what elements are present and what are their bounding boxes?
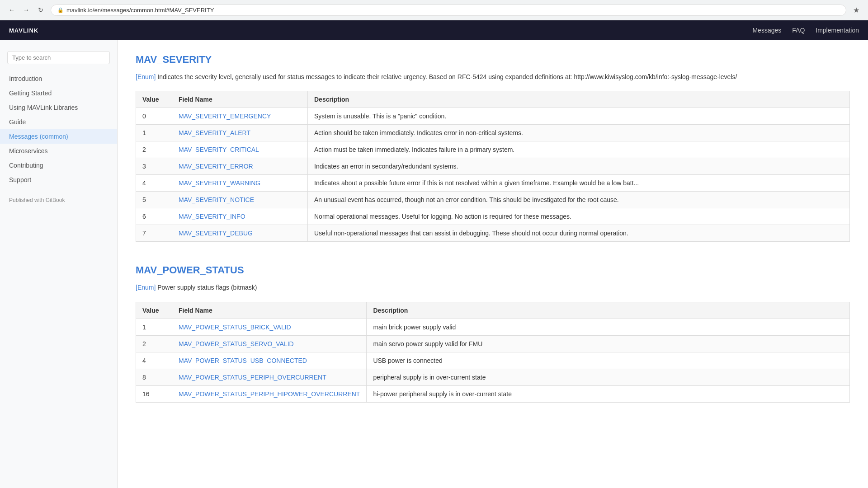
cell-description: System is unusable. This is a "panic" co… [308,108,850,125]
field-link[interactable]: MAV_SEVERITY_EMERGENCY [179,113,271,120]
field-link[interactable]: MAV_POWER_STATUS_PERIPH_OVERCURRENT [179,374,326,381]
sidebar-link-introduction[interactable]: Introduction [0,71,117,86]
sidebar-link-support[interactable]: Support [0,173,117,187]
lock-icon: 🔒 [57,7,64,13]
description-mav-power-status: [Enum] Power supply status flags (bitmas… [136,282,850,292]
gitbook-link[interactable]: Published with GitBook [9,197,65,203]
field-link[interactable]: MAV_POWER_STATUS_SERVO_VALID [179,340,294,347]
nav-faq[interactable]: FAQ [792,27,805,34]
table-row: 5 MAV_SEVERITY_NOTICE An unusual event h… [136,192,850,208]
description-text-power: Power supply status flags (bitmask) [157,284,257,291]
table-mav-power-status: Value Field Name Description 1 MAV_POWER… [136,302,850,403]
nav-messages[interactable]: Messages [752,27,781,34]
cell-fieldname: MAV_SEVERITY_CRITICAL [172,141,308,158]
sidebar-item-introduction[interactable]: Introduction [0,71,117,86]
sidebar-item-contributing[interactable]: Contributing [0,158,117,173]
reload-button[interactable]: ↻ [34,4,47,16]
table-row: 3 MAV_SEVERITY_ERROR Indicates an error … [136,158,850,175]
field-link[interactable]: MAV_SEVERITY_NOTICE [179,196,254,203]
section-mav-power-status: MAV_POWER_STATUS [Enum] Power supply sta… [136,264,850,402]
col-header-value-1: Value [136,302,172,319]
sidebar-item-getting-started[interactable]: Getting Started [0,86,117,100]
table-mav-severity: Value Field Name Description 0 MAV_SEVER… [136,91,850,242]
cell-fieldname: MAV_SEVERITY_WARNING [172,175,308,192]
cell-value: 16 [136,385,172,402]
cell-value: 6 [136,208,172,225]
main-content: MAV_SEVERITY [Enum] Indicates the severi… [118,40,868,488]
field-link[interactable]: MAV_SEVERITY_INFO [179,213,245,220]
cell-fieldname: MAV_SEVERITY_DEBUG [172,225,308,242]
cell-value: 2 [136,141,172,158]
field-link[interactable]: MAV_SEVERITY_ERROR [179,163,253,170]
cell-value: 0 [136,108,172,125]
app-layout: Introduction Getting Started Using MAVLi… [0,40,868,488]
cell-description: main brick power supply valid [367,319,850,335]
sidebar-link-using-mavlink[interactable]: Using MAVLink Libraries [0,100,117,115]
cell-fieldname: MAV_SEVERITY_NOTICE [172,192,308,208]
back-button[interactable]: ← [5,4,18,16]
cell-value: 5 [136,192,172,208]
section-title-mav-severity: MAV_SEVERITY [136,54,850,66]
brand: MAVLINK [9,27,38,34]
cell-description: USB power is connected [367,352,850,369]
col-header-fieldname-1: Field Name [172,302,367,319]
forward-button[interactable]: → [20,4,33,16]
table-row: 1 MAV_POWER_STATUS_BRICK_VALID main bric… [136,319,850,335]
browser-chrome: ← → ↻ 🔒 mavlink.io/en/messages/common.ht… [0,0,868,20]
field-link[interactable]: MAV_POWER_STATUS_USB_CONNECTED [179,357,307,364]
top-nav: MAVLINK Messages FAQ Implementation [0,20,868,40]
sidebar-link-contributing[interactable]: Contributing [0,158,117,173]
table-header-row-power: Value Field Name Description [136,302,850,319]
field-link[interactable]: MAV_POWER_STATUS_BRICK_VALID [179,324,291,331]
sidebar-link-guide[interactable]: Guide [0,115,117,129]
field-link[interactable]: MAV_SEVERITY_DEBUG [179,230,253,237]
bookmark-button[interactable]: ★ [850,4,863,16]
sidebar: Introduction Getting Started Using MAVLi… [0,40,118,488]
cell-value: 7 [136,225,172,242]
nav-implementation[interactable]: Implementation [816,27,859,34]
sidebar-item-using-mavlink[interactable]: Using MAVLink Libraries [0,100,117,115]
description-text-severity: Indicates the severity level, generally … [157,73,737,80]
sidebar-footer: Published with GitBook [0,187,117,212]
sidebar-link-getting-started[interactable]: Getting Started [0,86,117,100]
table-row: 4 MAV_SEVERITY_WARNING Indicates about a… [136,175,850,192]
nav-buttons: ← → ↻ [5,4,47,16]
cell-value: 1 [136,319,172,335]
table-row: 8 MAV_POWER_STATUS_PERIPH_OVERCURRENT pe… [136,369,850,385]
cell-fieldname: MAV_POWER_STATUS_SERVO_VALID [172,335,367,352]
url-text: mavlink.io/en/messages/common.html#MAV_S… [66,7,214,14]
search-input[interactable] [7,51,110,64]
cell-fieldname: MAV_SEVERITY_EMERGENCY [172,108,308,125]
sidebar-item-microservices[interactable]: Microservices [0,144,117,158]
cell-value: 2 [136,335,172,352]
cell-fieldname: MAV_POWER_STATUS_PERIPH_HIPOWER_OVERCURR… [172,385,367,402]
cell-value: 8 [136,369,172,385]
cell-value: 4 [136,175,172,192]
field-link[interactable]: MAV_POWER_STATUS_PERIPH_HIPOWER_OVERCURR… [179,390,360,398]
sidebar-item-messages[interactable]: Messages (common) [0,129,117,144]
table-row: 6 MAV_SEVERITY_INFO Normal operational m… [136,208,850,225]
sidebar-item-support[interactable]: Support [0,173,117,187]
section-mav-severity: MAV_SEVERITY [Enum] Indicates the severi… [136,54,850,242]
cell-description: hi-power peripheral supply is in over-cu… [367,385,850,402]
field-link[interactable]: MAV_SEVERITY_ALERT [179,129,250,136]
table-row: 2 MAV_SEVERITY_CRITICAL Action must be t… [136,141,850,158]
enum-tag-severity: [Enum] [136,73,156,80]
table-row: 0 MAV_SEVERITY_EMERGENCY System is unusa… [136,108,850,125]
sidebar-item-guide[interactable]: Guide [0,115,117,129]
field-link[interactable]: MAV_SEVERITY_CRITICAL [179,146,259,153]
address-bar[interactable]: 🔒 mavlink.io/en/messages/common.html#MAV… [51,5,846,16]
cell-fieldname: MAV_POWER_STATUS_PERIPH_OVERCURRENT [172,369,367,385]
cell-description: Action should be taken immediately. Indi… [308,125,850,141]
table-row: 2 MAV_POWER_STATUS_SERVO_VALID main serv… [136,335,850,352]
cell-description: main servo power supply valid for FMU [367,335,850,352]
sidebar-link-microservices[interactable]: Microservices [0,144,117,158]
sidebar-link-messages[interactable]: Messages (common) [0,129,117,144]
cell-value: 1 [136,125,172,141]
cell-fieldname: MAV_SEVERITY_INFO [172,208,308,225]
field-link[interactable]: MAV_SEVERITY_WARNING [179,179,260,187]
sidebar-nav: Introduction Getting Started Using MAVLi… [0,71,117,187]
cell-value: 3 [136,158,172,175]
cell-fieldname: MAV_SEVERITY_ALERT [172,125,308,141]
section-title-mav-power-status: MAV_POWER_STATUS [136,264,850,276]
